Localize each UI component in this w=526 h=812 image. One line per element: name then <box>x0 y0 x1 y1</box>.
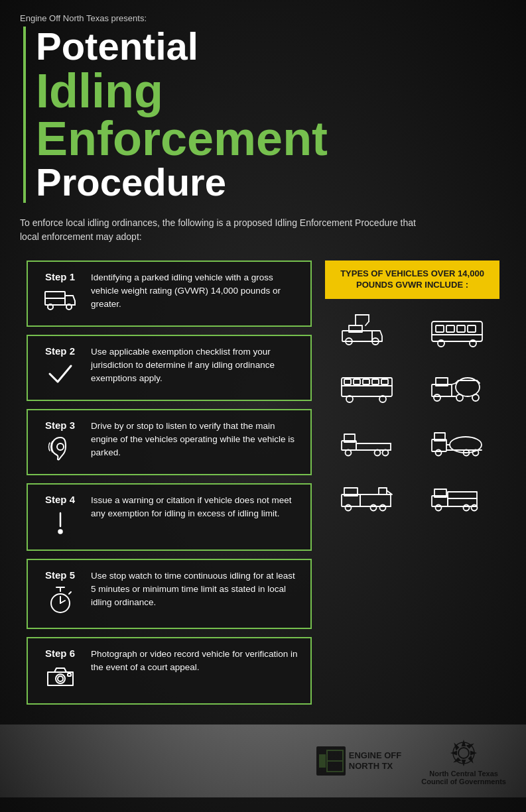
svg-rect-26 <box>446 325 454 332</box>
camera-icon <box>45 663 76 694</box>
step-5-text: Use stop watch to time continuous idling… <box>91 569 300 610</box>
vehicles-grid <box>325 306 499 520</box>
step-2-label: Step 2 <box>45 345 75 357</box>
step-2-label-icon: Step 2 <box>38 345 82 389</box>
step-6-label: Step 6 <box>45 648 75 659</box>
step-2-box: Step 2 Use applicable exemption checklis… <box>27 335 312 401</box>
step-1-box: Step 1 Identifying a parked idling vehic… <box>27 261 312 327</box>
svg-point-73 <box>371 504 377 510</box>
svg-point-74 <box>380 504 386 510</box>
svg-line-12 <box>69 592 71 594</box>
svg-line-43 <box>452 383 456 384</box>
step-5-label: Step 5 <box>45 569 75 581</box>
title-line4: Procedure <box>36 162 506 203</box>
warning-icon <box>48 509 72 540</box>
svg-point-14 <box>58 676 63 681</box>
title-line2: Idling <box>36 67 506 115</box>
step-3-box: Step 3 Drive by or stop to listen to ver… <box>27 409 312 475</box>
svg-line-9 <box>60 601 65 603</box>
vehicle-tank-truck <box>415 416 500 465</box>
presenter-label: Engine Off North Texas presents: <box>20 13 506 23</box>
step-1-text: Identifying a parked idling vehicle with… <box>91 271 300 312</box>
step-3-label: Step 3 <box>45 420 75 431</box>
svg-line-23 <box>365 321 369 325</box>
presenter-text: Engine Off North Texas presents: <box>20 13 506 23</box>
page-content: Engine Off North Texas presents: Potenti… <box>0 0 526 705</box>
svg-rect-37 <box>381 379 388 384</box>
step-1-label: Step 1 <box>45 271 75 282</box>
svg-rect-33 <box>344 379 351 384</box>
vehicles-column: TYPES OF VEHICLES OVER 14,000 POUNDS GVW… <box>325 261 499 705</box>
vehicle-cement-mixer <box>415 361 500 410</box>
vehicle-crane-truck <box>325 306 410 355</box>
step-5-box: Step 5 Use stop watch to time continuous… <box>27 559 312 629</box>
step-4-text: Issue a warning or citation if vehicle d… <box>91 494 300 521</box>
svg-rect-32 <box>342 378 392 396</box>
svg-point-72 <box>346 504 352 510</box>
svg-rect-35 <box>363 379 369 384</box>
step-6-box: Step 6 Photograph or video record vehicl… <box>27 637 312 705</box>
vehicles-header: TYPES OF VEHICLES OVER 14,000 POUNDS GVW… <box>325 261 499 299</box>
main-area: Step 1 Identifying a parked idling vehic… <box>20 261 506 705</box>
svg-rect-34 <box>354 379 360 384</box>
svg-point-78 <box>435 504 441 510</box>
svg-point-62 <box>435 449 441 455</box>
svg-rect-27 <box>457 325 465 332</box>
step-4-box: Step 4 Issue a warning or citation if ve… <box>27 483 312 551</box>
title-line1: Potential <box>36 27 506 67</box>
title-block: Potential Idling Enforcement Procedure <box>23 27 506 203</box>
subtitle-text: To enforce local idling ordinances, the … <box>20 216 418 244</box>
step-2-text: Use applicable exemption checklist from … <box>91 345 300 386</box>
step-1-label-icon: Step 1 <box>38 271 82 315</box>
step-6-text: Photograph or video record vehicle for v… <box>91 648 300 675</box>
svg-point-6 <box>58 530 62 533</box>
vehicle-flatbed-truck <box>325 416 410 465</box>
svg-rect-25 <box>436 325 444 332</box>
step-3-text: Drive by or stop to listen to verify tha… <box>91 420 300 460</box>
step-4-label: Step 4 <box>45 494 75 505</box>
vehicle-dump-truck <box>415 471 500 520</box>
svg-rect-15 <box>68 673 71 676</box>
title-line3: Enforcement <box>36 115 506 162</box>
vehicle-bus <box>415 306 500 355</box>
step-6-label-icon: Step 6 <box>38 648 82 694</box>
truck-icon <box>44 286 77 315</box>
step-5-label-icon: Step 5 <box>38 569 82 618</box>
svg-point-79 <box>463 504 469 510</box>
svg-point-45 <box>434 394 440 401</box>
svg-line-71 <box>387 491 392 494</box>
svg-rect-28 <box>468 325 476 332</box>
vehicle-transit-bus <box>325 361 410 410</box>
step-4-label-icon: Step 4 <box>38 494 82 540</box>
svg-point-47 <box>472 394 479 401</box>
stopwatch-icon <box>46 585 74 618</box>
step-3-label-icon: Step 3 <box>38 420 82 465</box>
vehicle-tow-truck <box>325 471 410 520</box>
svg-point-4 <box>57 443 64 450</box>
svg-point-46 <box>456 394 463 401</box>
svg-point-80 <box>471 504 477 510</box>
steps-column: Step 1 Identifying a parked idling vehic… <box>27 261 312 705</box>
ear-icon <box>47 435 74 465</box>
check-icon <box>47 361 74 389</box>
svg-rect-36 <box>372 379 379 384</box>
